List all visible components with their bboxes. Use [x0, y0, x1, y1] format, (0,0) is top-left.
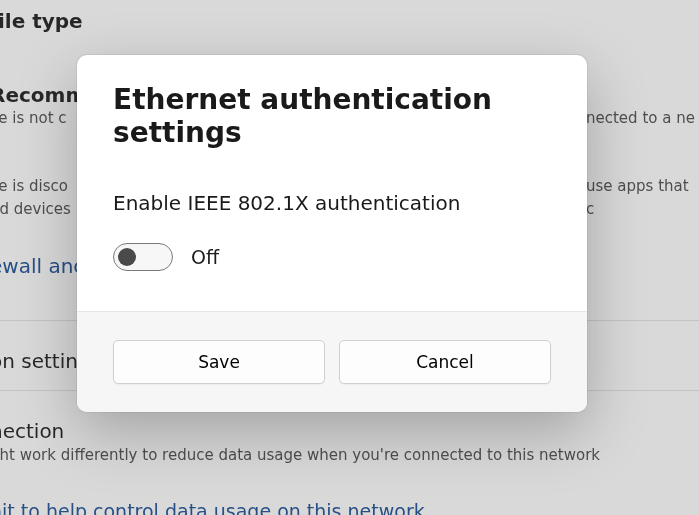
- cancel-button[interactable]: Cancel: [339, 340, 551, 384]
- toggle-row: Off: [113, 243, 551, 271]
- ieee-8021x-label: Enable IEEE 802.1X authentication: [113, 191, 551, 215]
- ieee-8021x-toggle[interactable]: [113, 243, 173, 271]
- dialog-body: Ethernet authentication settings Enable …: [77, 55, 587, 311]
- dialog-actions: Save Cancel: [77, 311, 587, 412]
- toggle-thumb: [118, 248, 136, 266]
- save-button[interactable]: Save: [113, 340, 325, 384]
- dialog-title: Ethernet authentication settings: [113, 83, 551, 149]
- toggle-state-text: Off: [191, 246, 219, 268]
- ethernet-auth-dialog: Ethernet authentication settings Enable …: [77, 55, 587, 412]
